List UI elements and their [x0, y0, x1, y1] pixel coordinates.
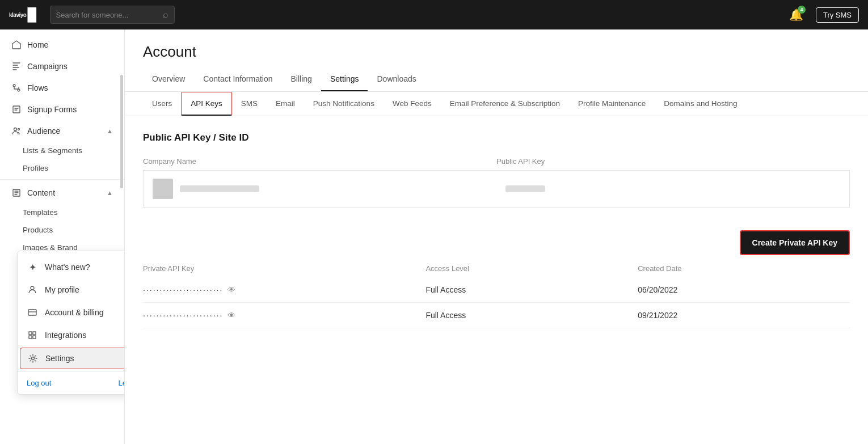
- eye-icon-1[interactable]: 👁: [227, 285, 237, 294]
- tab-overview[interactable]: Overview: [143, 70, 194, 91]
- public-api-col-header: Public API Key: [496, 157, 850, 166]
- sidebar-item-products[interactable]: Products: [0, 221, 124, 239]
- svg-point-12: [32, 357, 35, 360]
- content-icon: [11, 188, 22, 198]
- company-avatar: [153, 179, 173, 199]
- sub-tab-users[interactable]: Users: [143, 92, 181, 116]
- dropdown-settings[interactable]: Settings: [20, 348, 125, 369]
- sidebar-item-profiles[interactable]: Profiles: [0, 159, 124, 177]
- sidebar-item-audience[interactable]: Audience ▲: [0, 120, 124, 142]
- svg-rect-10: [29, 336, 32, 339]
- sub-tab-profile-maintenance[interactable]: Profile Maintenance: [569, 92, 655, 116]
- sidebar-item-templates[interactable]: Templates: [0, 204, 124, 221]
- private-api-col-header: Private API Key: [143, 264, 425, 273]
- sidebar-item-lists-segments[interactable]: Lists & Segments: [0, 142, 124, 159]
- sidebar-item-signup-forms[interactable]: Signup Forms: [0, 99, 124, 120]
- tab-downloads[interactable]: Downloads: [368, 70, 425, 91]
- key-dots-text-2: ························: [143, 311, 223, 320]
- search-input[interactable]: [56, 11, 158, 19]
- private-api-header: Private API Key Access Level Created Dat…: [143, 264, 850, 277]
- company-name-blurred: [180, 185, 259, 192]
- notification-button[interactable]: 🔔 4: [786, 5, 807, 25]
- svg-rect-8: [29, 332, 32, 335]
- sidebar-item-home[interactable]: Home: [0, 34, 124, 56]
- topnav: klaviyo█ ⌕ 🔔 4 Try SMS: [0, 0, 868, 29]
- dropdown-integrations[interactable]: Integrations: [18, 324, 125, 346]
- created-date-2: 09/21/2022: [638, 311, 850, 320]
- legal-link[interactable]: Legal ↗: [119, 379, 125, 387]
- legal-label: Legal: [119, 379, 125, 387]
- sub-tab-api-keys[interactable]: API Keys: [181, 92, 232, 116]
- dropdown-footer: Log out Legal ↗: [18, 374, 125, 390]
- billing-icon: [27, 307, 38, 318]
- home-icon: [11, 40, 22, 50]
- sub-tab-sms[interactable]: SMS: [232, 92, 267, 116]
- dropdown-whats-new[interactable]: ✦ What's new?: [18, 256, 125, 278]
- sidebar-label-signup-forms: Signup Forms: [27, 105, 77, 114]
- logo: klaviyo█: [9, 7, 36, 22]
- tab-settings[interactable]: Settings: [321, 70, 368, 91]
- sidebar-label-audience: Audience: [27, 126, 60, 136]
- sidebar-item-content[interactable]: Content ▲: [0, 182, 124, 204]
- audience-chevron: ▲: [107, 128, 113, 134]
- search-bar[interactable]: ⌕: [50, 6, 175, 24]
- sidebar-label-flows: Flows: [27, 83, 48, 92]
- svg-point-3: [14, 128, 17, 131]
- private-api-row-2: ························ 👁 Full Access 0…: [143, 303, 850, 328]
- sub-tab-web-feeds[interactable]: Web Feeds: [384, 92, 441, 116]
- content-chevron: ▲: [107, 189, 113, 196]
- svg-rect-9: [33, 332, 36, 335]
- dropdown-my-profile[interactable]: My profile: [18, 278, 125, 301]
- flows-icon: [11, 83, 22, 93]
- svg-rect-7: [28, 310, 36, 315]
- private-api-row-1: ························ 👁 Full Access 0…: [143, 277, 850, 303]
- try-sms-button[interactable]: Try SMS: [816, 7, 859, 23]
- dropdown-account-billing[interactable]: Account & billing: [18, 301, 125, 324]
- dropdown-menu: ✦ What's new? My profile Account & billi…: [17, 251, 125, 395]
- logo-text: klaviyo: [9, 12, 26, 18]
- public-api-key-blurred: [505, 185, 545, 192]
- svg-point-4: [18, 129, 20, 130]
- sidebar-item-flows[interactable]: Flows: [0, 77, 124, 99]
- sidebar-label-home: Home: [27, 40, 48, 49]
- dropdown-label-integrations: Integrations: [45, 331, 86, 340]
- grid-icon: [27, 329, 38, 341]
- create-private-api-key-button[interactable]: Create Private API Key: [740, 230, 850, 255]
- private-key-dots-1: ························ 👁: [143, 285, 425, 294]
- svg-rect-2: [13, 106, 20, 113]
- created-date-col-header: Created Date: [638, 264, 850, 273]
- sidebar-item-campaigns[interactable]: Campaigns: [0, 56, 124, 77]
- dropdown-label-my-profile: My profile: [45, 285, 79, 294]
- company-cell: [144, 179, 496, 199]
- eye-icon-2[interactable]: 👁: [227, 311, 237, 320]
- access-level-1: Full Access: [425, 285, 638, 294]
- svg-point-0: [13, 84, 15, 87]
- create-btn-row: Create Private API Key: [143, 230, 850, 255]
- dropdown-label-whats-new: What's new?: [45, 263, 90, 272]
- sub-tab-domains-hosting[interactable]: Domains and Hosting: [655, 92, 746, 116]
- dropdown-label-settings: Settings: [45, 354, 74, 363]
- sparkle-icon: ✦: [27, 261, 38, 273]
- page-body: Public API Key / Site ID Company Name Pu…: [125, 116, 868, 344]
- private-api-section: Create Private API Key Private API Key A…: [143, 230, 850, 328]
- search-icon: ⌕: [163, 10, 168, 20]
- logout-link[interactable]: Log out: [27, 379, 51, 387]
- tab-billing[interactable]: Billing: [282, 70, 321, 91]
- sub-tabs: Users API Keys SMS Email Push Notificati…: [125, 92, 868, 116]
- notification-badge: 4: [798, 6, 806, 14]
- sidebar: Home Campaigns Flows Signup Forms: [0, 29, 125, 444]
- sidebar-label-content: Content: [27, 188, 55, 197]
- person-icon: [27, 284, 38, 295]
- campaigns-icon: [11, 61, 22, 71]
- tab-contact-info[interactable]: Contact Information: [194, 70, 281, 91]
- access-level-2: Full Access: [425, 311, 638, 320]
- access-level-col-header: Access Level: [425, 264, 638, 273]
- created-date-1: 06/20/2022: [638, 285, 850, 294]
- forms-icon: [11, 104, 22, 115]
- sub-tab-push-notifications[interactable]: Push Notifications: [304, 92, 384, 116]
- sub-tab-email-pref[interactable]: Email Preference & Subscription: [441, 92, 569, 116]
- section-title: Public API Key / Site ID: [143, 132, 850, 143]
- sub-tab-email[interactable]: Email: [267, 92, 304, 116]
- dropdown-label-account-billing: Account & billing: [45, 308, 104, 317]
- svg-rect-11: [33, 336, 36, 339]
